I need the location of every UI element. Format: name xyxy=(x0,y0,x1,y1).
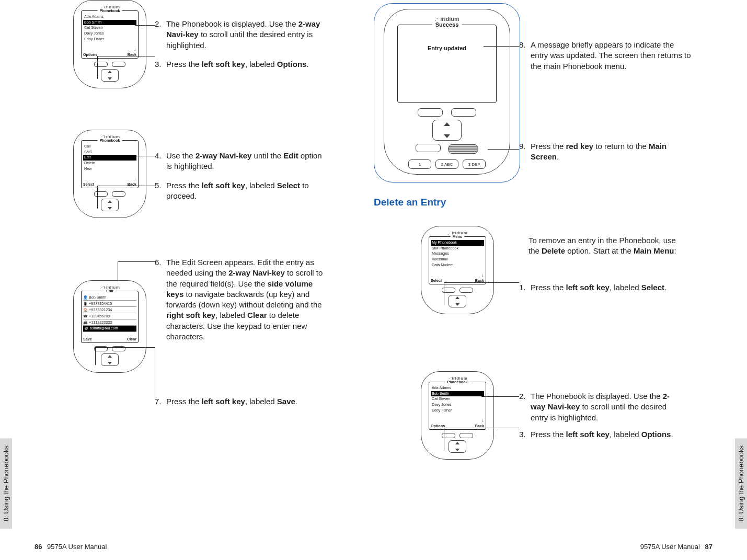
leader-line xyxy=(444,282,444,305)
phone-screen: Phonebook Ada AdamsBob SmithCat StevenDa… xyxy=(81,10,139,59)
navi-key[interactable] xyxy=(449,440,466,453)
soft-right-label: Clear xyxy=(127,337,136,341)
list-item: Cat Steven xyxy=(431,396,484,402)
list-item: Voicemail xyxy=(431,257,484,262)
edit-field: 👤Bob Smith xyxy=(83,294,136,301)
left-soft-key[interactable] xyxy=(418,108,443,117)
phone-illustration-4: ⋰iridium Menu My PhonebookSIM PhonebookM… xyxy=(421,226,494,314)
phone-illustration-1: ⋰iridium Phonebook Ada AdamsBob SmithCat… xyxy=(73,0,146,88)
soft-left-label: Options xyxy=(83,52,97,57)
leader-line xyxy=(444,428,444,451)
soft-left-label: Select xyxy=(431,278,442,283)
field-value: +9373321234 xyxy=(89,307,112,312)
navi-key[interactable] xyxy=(449,295,466,307)
leader-line xyxy=(118,261,155,262)
navi-key[interactable] xyxy=(101,199,119,211)
leader-line xyxy=(155,347,155,399)
navi-key[interactable] xyxy=(432,120,462,141)
list-item: Bob Smith xyxy=(83,20,136,26)
screen-title: Phonebook xyxy=(97,138,122,143)
left-soft-key[interactable] xyxy=(94,62,108,67)
person-icon: 👤 xyxy=(83,295,87,300)
green-key[interactable] xyxy=(416,144,441,152)
list-item: Bob Smith xyxy=(431,391,484,397)
screen-title: Phonebook xyxy=(97,8,122,13)
soft-left-label: Save xyxy=(83,337,92,341)
soft-left-label: Select xyxy=(83,182,94,187)
list-item: Ada Adams xyxy=(83,14,136,20)
list-item: SIM Phonebook xyxy=(431,246,484,252)
edit-field: 📠+1112223333 xyxy=(83,319,136,326)
step-5: 5. Press the left soft key, labeled Sele… xyxy=(155,180,322,202)
step-9: 9. Press the red key to return to the Ma… xyxy=(519,141,692,163)
leader-line xyxy=(118,261,118,281)
mobile-icon: 📱 xyxy=(83,302,87,306)
field-value: +123456789 xyxy=(89,314,110,318)
right-soft-key[interactable] xyxy=(112,62,125,67)
keypad-key[interactable]: 3 DEF xyxy=(463,159,486,169)
scroll-arrow-icon: ↓ xyxy=(134,177,136,181)
list-item: Ada Adams xyxy=(431,385,484,391)
list-item: Delete xyxy=(83,161,136,166)
navi-key[interactable] xyxy=(101,353,119,366)
leader-line xyxy=(97,186,155,186)
page-footer: 9575A User Manual 87 xyxy=(640,543,716,551)
leader-line xyxy=(97,56,98,79)
list-item: Messages xyxy=(431,251,484,257)
scroll-arrow-icon: ↓ xyxy=(481,418,484,423)
leader-line xyxy=(95,347,155,348)
edit-field: @bsmith@aol.com xyxy=(83,326,136,332)
keypad-key[interactable]: 2 ABC xyxy=(435,159,458,169)
scroll-arrow-icon: ↓ xyxy=(134,47,136,52)
field-value: +1112223333 xyxy=(89,320,112,325)
keypad-row: 12 ABC3 DEF xyxy=(408,159,486,169)
home-icon: 🏠 xyxy=(83,308,87,312)
leader-line xyxy=(488,149,519,150)
leader-line xyxy=(481,396,519,397)
screen-title: Phonebook xyxy=(445,380,469,384)
email-icon: @ xyxy=(84,326,88,330)
scroll-arrow-icon: ↓ xyxy=(481,273,484,278)
list-item: SMS xyxy=(83,150,136,155)
list-item: Edit xyxy=(83,155,136,161)
list-item: Davy Jones xyxy=(83,31,136,37)
field-value: Bob Smith xyxy=(89,295,106,300)
phone-illustration-5: ⋰iridium Phonebook Ada AdamsBob SmithCat… xyxy=(421,371,494,460)
screen-title: Edit xyxy=(104,289,116,293)
step-7: 7. Press the left soft key, labeled Save… xyxy=(155,396,327,407)
list-item: Data Modem xyxy=(431,262,484,268)
right-soft-key[interactable] xyxy=(112,191,125,197)
field-value: bsmith@aol.com xyxy=(90,326,118,331)
status-message: Entry updated xyxy=(398,45,496,51)
right-soft-key[interactable] xyxy=(451,108,476,117)
edit-field: 📱+9373354415 xyxy=(83,301,136,307)
step-6: 6. The Edit Screen appears. Edit the ent… xyxy=(155,257,327,342)
left-soft-key[interactable] xyxy=(94,191,108,197)
right-soft-key[interactable] xyxy=(459,288,473,293)
page-footer: 86 9575A User Manual xyxy=(31,543,107,551)
phone-illustration-2: ⋰iridium Phonebook CallSMSEditDeleteNew … xyxy=(73,130,146,218)
page-87: 8: Using the Phonebooks ⋰iridium Success… xyxy=(374,0,747,560)
work-icon: ☎ xyxy=(83,314,87,318)
screen-title: Success xyxy=(432,21,462,28)
chapter-tab: 8: Using the Phonebooks xyxy=(0,438,12,529)
leader-line xyxy=(484,46,519,47)
list-item: My Phonebook xyxy=(431,240,484,246)
screen-title: Menu xyxy=(451,234,465,239)
step-4: 4. Use the 2-way Navi-key until the Edit… xyxy=(155,151,322,172)
delete-step-3: 3. Press the left soft key, labeled Opti… xyxy=(519,429,681,440)
page-86: 8: Using the Phonebooks ⋰iridium Phonebo… xyxy=(0,0,373,560)
right-soft-key[interactable] xyxy=(459,433,473,438)
navi-key[interactable] xyxy=(101,69,119,82)
chapter-tab: 8: Using the Phonebooks xyxy=(735,438,747,529)
phone-illustration-large: ⋰iridium Success Entry updated 12 ABC3 D… xyxy=(374,3,520,182)
keypad-key[interactable]: 1 xyxy=(408,159,431,169)
leader-line xyxy=(444,428,519,428)
fax-icon: 📠 xyxy=(83,321,87,325)
edit-field: 🏠+9373321234 xyxy=(83,307,136,313)
red-key[interactable] xyxy=(448,144,478,154)
delete-intro: To remove an entry in the Phonebook, use… xyxy=(528,235,685,257)
leader-line xyxy=(97,56,155,56)
list-item: New xyxy=(83,166,136,172)
phone-illustration-3: ⋰iridium Edit 👤Bob Smith📱+9373354415🏠+93… xyxy=(73,280,146,373)
